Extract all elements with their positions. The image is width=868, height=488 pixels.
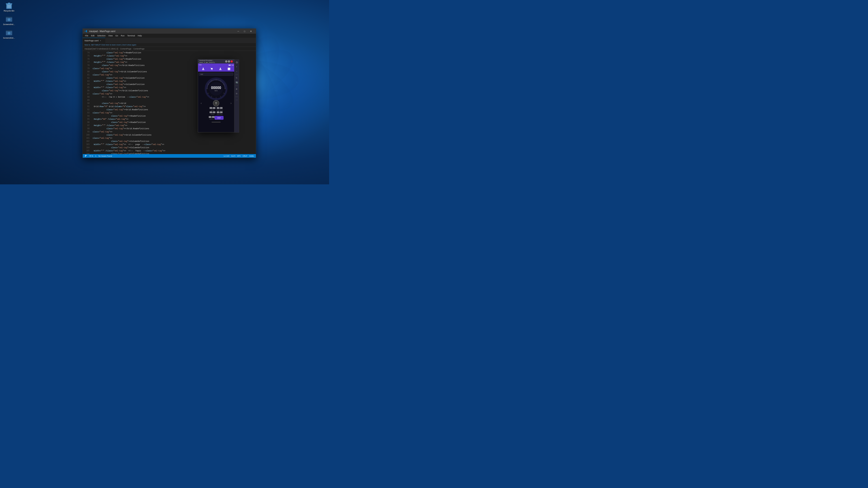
status-zoom[interactable]: 75 % — [89, 155, 93, 157]
tab-close-icon[interactable]: ● — [100, 39, 101, 41]
screenshot1-icon — [5, 15, 13, 23]
line-num-86: 86 — [83, 89, 91, 92]
emulator-minimize-btn[interactable]: ─ — [225, 60, 227, 63]
line-num-101: 101 — [83, 137, 91, 140]
svg-point-24 — [228, 68, 230, 70]
emulator-vol-down-btn[interactable]: − — [235, 70, 239, 73]
stat-total-timer: 00:00 total timer — [216, 111, 223, 115]
stat-speed: 00:00 speed — [209, 107, 216, 111]
vscode-title-left: mauipad - MainPage.xaml — [85, 30, 115, 33]
svg-rect-13 — [6, 3, 12, 4]
stat-stage-label: stage timer — [216, 109, 223, 111]
code-line-89: class="xml-tag"><ColumnDefinition — [93, 146, 252, 149]
screenshot1-label: Screenshot... — [3, 23, 15, 26]
breadcrumb-item-3[interactable]: ContentPage — [133, 48, 145, 50]
status-git-branch[interactable] — [85, 155, 87, 157]
menu-go[interactable]: Go — [114, 34, 119, 38]
svg-point-23 — [8, 32, 10, 35]
line-num-104: 104 — [83, 146, 91, 149]
phone-nav-active[interactable] — [227, 67, 230, 70]
vscode-info-bar[interactable]: New to .NET MAUI? Click here to learn mo… — [83, 43, 256, 47]
stat-incline-label: incline — [211, 113, 215, 115]
svg-point-20 — [8, 18, 10, 21]
desktop-icon-screenshot2[interactable]: Screenshot... — [1, 28, 17, 40]
code-line-87: class="xml-tag"><Grid.ColumnDefinitions — [93, 133, 252, 137]
stat-incline-value: 00:00 — [210, 111, 215, 113]
desktop-icon-screenshot1[interactable]: Screenshot... — [1, 15, 17, 26]
phone-gauge-area: 00000 WO ‹ 000 xxx › 00:00 — [198, 76, 234, 132]
emulator-close-btn[interactable]: ✕ — [230, 60, 233, 63]
line-num-105: 105 — [83, 149, 91, 153]
gauge-prev-btn[interactable]: ‹ — [201, 102, 202, 105]
emulator-more-btn[interactable]: ⋯ — [235, 98, 239, 102]
line-num-90: 90 — [83, 102, 91, 105]
line-num-81: 81 — [83, 73, 91, 76]
menu-run[interactable]: Run — [119, 34, 126, 38]
line-num-82: 82 — [83, 76, 91, 80]
emulator-power-btn[interactable]: ⏻ — [235, 61, 239, 64]
recycle-bin-label: Recycle Bin — [4, 10, 14, 12]
phone-nav-person[interactable] — [202, 67, 205, 70]
phone-nav-shopping[interactable] — [210, 67, 213, 70]
status-errors: ⚠ — [95, 155, 96, 157]
phone-search[interactable]: test — [199, 72, 233, 76]
line-num-75: 75 — [83, 55, 91, 58]
line-num-89: 89 — [83, 99, 91, 102]
emulator-zoom-out-btn[interactable]: ⊖ — [235, 92, 239, 95]
phone-nav-person2[interactable] — [219, 67, 222, 70]
status-col[interactable]: Col 5 — [231, 155, 235, 157]
vscode-tab-mainpage[interactable]: MainPage.xaml ● — [83, 38, 105, 43]
breadcrumb-item-1[interactable]: mauipad [net7.0-windows10.0.19041.0] — [85, 48, 118, 50]
menu-view[interactable]: View — [107, 34, 114, 38]
battery-icon: ▮ — [232, 64, 233, 66]
line-num-91: 91 — [83, 105, 91, 108]
breadcrumb-item-2[interactable]: ContentPage — [120, 48, 131, 50]
breadcrumb-sep-2: › — [132, 48, 133, 50]
gauge-center-unit: xxx — [215, 103, 217, 104]
status-ln[interactable]: Ln 123 — [224, 155, 229, 157]
emulator-zoom-in-btn[interactable]: ⊕ — [235, 87, 239, 91]
status-left: 75 % ⚠ No Issues Found — [85, 155, 112, 157]
line-num-102: 102 — [83, 140, 91, 143]
screenshot2-label: Screenshot... — [3, 37, 15, 39]
vscode-minimize-btn[interactable]: ─ — [235, 29, 241, 34]
line-num-85: 85 — [83, 86, 91, 89]
phone-start-btn[interactable]: start — [215, 116, 223, 120]
vscode-scrollbar[interactable] — [254, 51, 256, 154]
emulator-divider-3 — [235, 97, 238, 97]
emulator-maximize-btn[interactable]: □ — [228, 60, 230, 63]
stat-stage-value: 00:00 — [217, 107, 223, 109]
status-encoding[interactable]: CRLF — [243, 155, 247, 157]
emulator-screenshot-btn[interactable]: 📷 — [235, 80, 239, 84]
status-spaces[interactable]: SPC — [237, 155, 241, 157]
gauge-center-btn[interactable]: 000 xxx — [213, 100, 219, 106]
line-num-83: 83 — [83, 80, 91, 83]
emulator-rotate-btn[interactable]: ↻ — [235, 76, 239, 80]
phone-statusbar: 4:00 ▮▮▮ ⊙ ▮ — [198, 64, 234, 66]
line-num-79: 79 — [83, 67, 91, 70]
line-num-96: 96 — [83, 121, 91, 124]
vscode-maximize-btn[interactable]: □ — [241, 29, 248, 34]
stat-total-label: total timer — [217, 113, 223, 115]
desktop-icon-recycle-bin[interactable]: Recycle Bin — [1, 1, 17, 13]
desktop: Recycle Bin Screenshot... Screenshot.. — [0, 0, 329, 184]
line-num-74: 74 — [83, 51, 91, 55]
menu-file[interactable]: File — [84, 34, 90, 38]
line-num-98: 98 — [83, 127, 91, 130]
menu-terminal[interactable]: Terminal — [126, 34, 136, 38]
line-num-99: 99 — [83, 130, 91, 133]
screenshot2-icon — [5, 29, 13, 36]
stat-actions: 00:00 actions — [209, 116, 215, 120]
gauge-container: 00000 WO — [205, 77, 227, 100]
status-no-issues[interactable]: No Issues Found — [98, 155, 112, 157]
android-emulator: Android Emulator - pixel_3_api_S4SITU ─ … — [198, 59, 235, 132]
menu-edit[interactable]: Edit — [90, 34, 96, 38]
line-num-93: 93 — [83, 111, 91, 115]
gauge-next-btn[interactable]: › — [230, 102, 231, 105]
emulator-divider-1 — [235, 74, 238, 75]
menu-selection[interactable]: Selection — [96, 34, 107, 38]
menu-help[interactable]: Help — [136, 34, 143, 38]
emulator-vol-up-btn[interactable]: + — [235, 65, 239, 69]
vscode-close-btn[interactable]: ✕ — [248, 29, 254, 34]
line-num-103: 103 — [83, 143, 91, 146]
